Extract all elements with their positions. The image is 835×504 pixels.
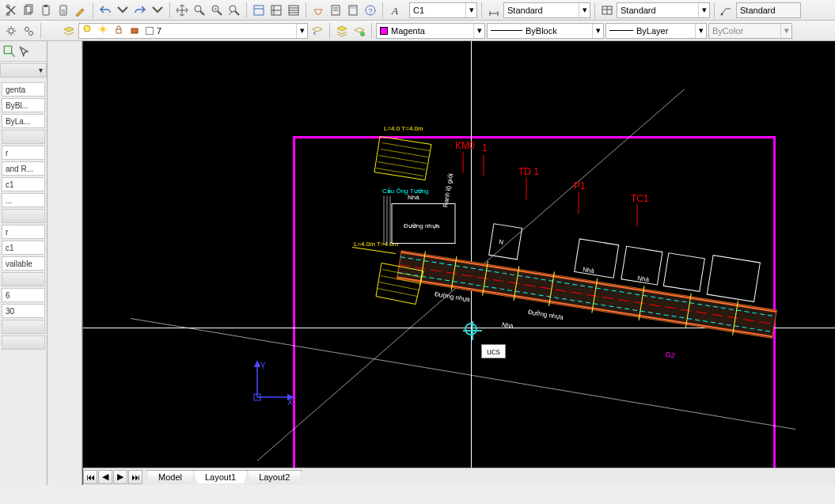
ucs-axis-icon: Y X <box>249 358 297 405</box>
tab-next-icon[interactable]: ▶ <box>113 470 127 484</box>
drawing-content: Đường nhựa Đường nhựa Nhà Nhà N Nhà G2 <box>83 41 835 485</box>
tab-layout1[interactable]: Layout1 <box>193 470 248 483</box>
zoom-realtime-icon[interactable] <box>192 2 207 18</box>
tool-palettes-icon[interactable] <box>286 2 302 18</box>
svg-rect-5 <box>44 5 47 7</box>
prop-section[interactable] <box>2 272 45 286</box>
drawing-viewport-wrapper: Đường nhựa Đường nhựa Nhà Nhà N Nhà G2 <box>82 41 835 485</box>
design-center-icon[interactable] <box>310 2 326 18</box>
layer-states-icon[interactable] <box>334 23 350 39</box>
text-style-dropdown[interactable]: C1 ▾ <box>409 2 477 18</box>
zoom-window-icon[interactable]: + <box>209 2 225 18</box>
tab-first-icon[interactable]: ⏮ <box>83 470 97 484</box>
chevron-down-icon: ▾ <box>296 24 307 38</box>
svg-line-53 <box>131 319 795 430</box>
label-td1: TD 1 <box>518 166 539 177</box>
svg-line-87 <box>376 169 423 176</box>
sheet-set-icon[interactable] <box>268 2 284 18</box>
layer-properties-icon[interactable] <box>61 23 77 39</box>
plotstyle-dropdown[interactable]: ByColor ▾ <box>708 23 792 39</box>
color-dropdown[interactable]: Magenta ▾ <box>376 23 485 39</box>
svg-line-92 <box>352 248 396 254</box>
redo-icon[interactable] <box>132 2 148 18</box>
svg-marker-109 <box>254 360 260 367</box>
tab-model[interactable]: Model <box>146 470 194 483</box>
label-1: 1 <box>482 142 488 153</box>
undo-dropdown-icon[interactable] <box>115 2 131 18</box>
tab-last-icon[interactable]: ⏭ <box>128 470 142 484</box>
svg-line-83 <box>382 143 430 151</box>
panel-header[interactable]: ▾ <box>0 63 47 78</box>
svg-point-13 <box>230 6 236 12</box>
prop-row[interactable]: c1 <box>2 177 45 191</box>
prop-row[interactable]: 30 <box>2 304 45 318</box>
prop-row[interactable]: 6 <box>2 288 45 302</box>
select-objects-icon[interactable] <box>18 45 31 58</box>
paste-special-icon[interactable]: S <box>55 2 71 18</box>
layer-prev-icon[interactable] <box>309 23 325 39</box>
prop-row[interactable]: r <box>2 225 45 239</box>
separator <box>40 23 41 39</box>
prop-row[interactable]: r <box>2 146 45 160</box>
dim-style-dropdown[interactable]: Standard ▾ <box>503 2 590 18</box>
prop-row[interactable]: ByBl... <box>2 98 45 112</box>
table-style-dropdown[interactable]: Standard ▾ <box>617 2 710 18</box>
gear-group-icon[interactable] <box>21 23 36 39</box>
svg-line-9 <box>200 11 204 15</box>
svg-point-38 <box>721 13 723 15</box>
prop-section[interactable] <box>2 320 45 334</box>
separator <box>306 2 306 18</box>
properties-icon[interactable] <box>251 2 267 18</box>
lineweight-dropdown[interactable]: ByLayer ▾ <box>605 23 707 39</box>
svg-text:Nhà: Nhà <box>408 194 419 201</box>
undo-icon[interactable] <box>97 2 113 18</box>
markup-icon[interactable] <box>328 2 343 18</box>
svg-rect-73 <box>707 256 760 302</box>
tab-layout2[interactable]: Layout2 <box>247 470 302 483</box>
svg-line-86 <box>378 162 425 170</box>
prop-row[interactable]: c1 <box>2 241 45 255</box>
label-km0: KM0 <box>455 140 475 151</box>
paper-space[interactable]: Đường nhựa Đường nhựa Nhà Nhà N Nhà G2 <box>83 41 835 485</box>
prop-row[interactable]: genta <box>2 82 45 97</box>
prop-row[interactable]: ... <box>2 193 45 207</box>
linetype-dropdown[interactable]: ByBlock ▾ <box>487 23 604 39</box>
mleader-style-value: Standard <box>740 6 776 15</box>
redo-dropdown-icon[interactable] <box>150 2 165 18</box>
separator <box>382 2 383 18</box>
table-style-icon[interactable] <box>599 2 615 18</box>
scissors-icon[interactable] <box>3 2 19 18</box>
properties-list: genta ByBl... ByLa... r and R... c1 ... … <box>0 79 47 485</box>
color-swatch <box>380 27 388 35</box>
tab-prev-icon[interactable]: ◀ <box>98 470 112 484</box>
pan-icon[interactable] <box>174 2 190 18</box>
copy-icon[interactable] <box>21 2 36 18</box>
mleader-style-dropdown[interactable]: Standard <box>736 2 801 18</box>
prop-row[interactable]: ByLa... <box>2 114 45 128</box>
paste-icon[interactable] <box>38 2 54 18</box>
gear-icon[interactable] <box>3 23 19 39</box>
help-icon[interactable]: ? <box>362 2 378 18</box>
svg-line-91 <box>378 289 417 297</box>
mleader-style-icon[interactable] <box>719 2 734 18</box>
text-style-icon[interactable]: A <box>387 2 403 18</box>
prop-row[interactable]: and R... <box>2 161 45 176</box>
layer-iso-icon[interactable] <box>351 23 367 39</box>
match-properties-icon[interactable] <box>73 2 89 18</box>
table-style-value: Standard <box>621 6 656 15</box>
quick-select-icon[interactable] <box>3 45 16 58</box>
prop-row[interactable]: vailable <box>2 256 45 271</box>
layer-dropdown[interactable]: 7 ▾ <box>78 23 308 39</box>
lightbulb-icon <box>82 25 95 37</box>
tooltip-ucs: ucs <box>481 344 506 358</box>
prop-section[interactable] <box>2 209 45 223</box>
prop-section[interactable] <box>2 335 45 350</box>
prop-section[interactable] <box>2 130 45 144</box>
svg-rect-48 <box>116 29 121 33</box>
quick-calc-icon[interactable] <box>345 2 361 18</box>
toolbar-main: S + ? A C1 ▾ Standard ▾ Standard ▾ Stand… <box>0 0 835 21</box>
zoom-previous-icon[interactable] <box>226 2 242 18</box>
svg-line-84 <box>381 150 428 157</box>
chevron-down-icon: ▾ <box>592 24 603 38</box>
dim-style-icon[interactable] <box>486 2 502 18</box>
